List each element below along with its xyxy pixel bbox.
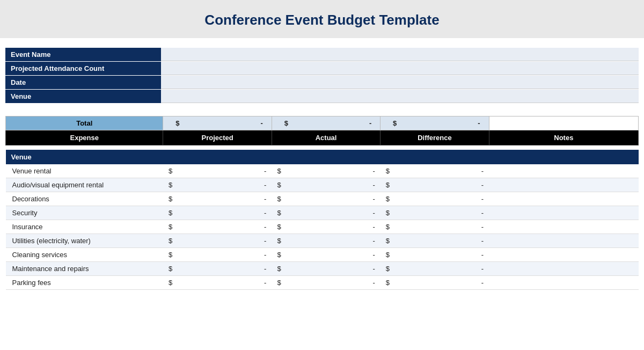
page-title: Conference Event Budget Template bbox=[5, 12, 639, 28]
actual-cell[interactable]: $- bbox=[272, 276, 380, 290]
total-difference-amount: - bbox=[397, 119, 480, 127]
table-row: Insurance $- $- $- bbox=[6, 220, 639, 234]
actual-cell[interactable]: $- bbox=[272, 178, 380, 192]
actual-cell[interactable]: $- bbox=[272, 192, 380, 206]
table-row: Audio/visual equipment rental $- $- $- bbox=[6, 178, 639, 192]
date-value[interactable] bbox=[161, 76, 639, 89]
event-name-label: Event Name bbox=[5, 48, 161, 61]
actual-cell[interactable]: $- bbox=[272, 220, 380, 234]
expense-label: Cleaning services bbox=[6, 248, 163, 262]
difference-cell: $- bbox=[380, 220, 489, 234]
col-header-difference: Difference bbox=[380, 130, 489, 145]
total-notes bbox=[489, 116, 638, 130]
expense-label: Maintenance and repairs bbox=[6, 262, 163, 276]
actual-cell[interactable]: $- bbox=[272, 262, 380, 276]
projected-cell[interactable]: $- bbox=[163, 220, 272, 234]
projected-cell[interactable]: $- bbox=[163, 164, 272, 178]
category-venue-row: Venue bbox=[6, 150, 639, 164]
total-projected-amount: - bbox=[179, 119, 262, 127]
difference-cell: $- bbox=[380, 206, 489, 220]
spacer-row bbox=[6, 145, 639, 150]
projected-cell[interactable]: $- bbox=[163, 262, 272, 276]
attendance-value[interactable] bbox=[161, 62, 639, 75]
expense-label: Venue rental bbox=[6, 164, 163, 178]
difference-cell: $- bbox=[380, 248, 489, 262]
info-row-venue: Venue bbox=[5, 90, 639, 103]
date-label: Date bbox=[5, 76, 161, 89]
projected-cell[interactable]: $- bbox=[163, 206, 272, 220]
notes-cell[interactable] bbox=[489, 220, 638, 234]
actual-cell[interactable]: $- bbox=[272, 206, 380, 220]
table-row: Maintenance and repairs $- $- $- bbox=[6, 262, 639, 276]
col-header-projected: Projected bbox=[163, 130, 272, 145]
actual-cell[interactable]: $- bbox=[272, 234, 380, 248]
projected-cell[interactable]: $- bbox=[163, 192, 272, 206]
notes-cell[interactable] bbox=[489, 206, 638, 220]
col-header-expense: Expense bbox=[6, 130, 163, 145]
projected-cell[interactable]: $- bbox=[163, 248, 272, 262]
info-row-date: Date bbox=[5, 76, 639, 89]
table-row: Decorations $- $- $- bbox=[6, 192, 639, 206]
table-row: Security $- $- $- bbox=[6, 206, 639, 220]
difference-cell: $- bbox=[380, 276, 489, 290]
table-row: Venue rental $- $- $- bbox=[6, 164, 639, 178]
difference-cell: $- bbox=[380, 178, 489, 192]
notes-cell[interactable] bbox=[489, 192, 638, 206]
total-actual-amount: - bbox=[288, 119, 371, 127]
dollar-sign: $ bbox=[281, 119, 288, 127]
projected-cell[interactable]: $- bbox=[163, 234, 272, 248]
total-row: Total $ - $ - bbox=[6, 116, 639, 130]
difference-cell: $- bbox=[380, 234, 489, 248]
total-label: Total bbox=[6, 116, 163, 130]
event-name-value[interactable] bbox=[161, 48, 639, 61]
info-row-event-name: Event Name bbox=[5, 48, 639, 61]
expense-label: Decorations bbox=[6, 192, 163, 206]
budget-table: Total $ - $ - bbox=[5, 116, 639, 290]
total-difference-value: $ - bbox=[380, 116, 489, 130]
attendance-label: Projected Attendance Count bbox=[5, 62, 161, 75]
col-header-notes: Notes bbox=[489, 130, 638, 145]
expense-label: Audio/visual equipment rental bbox=[6, 178, 163, 192]
total-projected-value: $ - bbox=[163, 116, 272, 130]
expense-label: Insurance bbox=[6, 220, 163, 234]
table-row: Utilities (electricity, water) $- $- $- bbox=[6, 234, 639, 248]
actual-cell[interactable]: $- bbox=[272, 248, 380, 262]
notes-cell[interactable] bbox=[489, 262, 638, 276]
category-venue-label: Venue bbox=[6, 150, 639, 164]
projected-cell[interactable]: $- bbox=[163, 276, 272, 290]
dollar-sign: $ bbox=[172, 119, 179, 127]
difference-cell: $- bbox=[380, 262, 489, 276]
notes-cell[interactable] bbox=[489, 276, 638, 290]
page-wrapper: Conference Event Budget Template Event N… bbox=[0, 0, 644, 301]
notes-cell[interactable] bbox=[489, 164, 638, 178]
actual-cell[interactable]: $- bbox=[272, 164, 380, 178]
page-header: Conference Event Budget Template bbox=[0, 0, 644, 38]
dollar-sign: $ bbox=[389, 119, 397, 127]
table-row: Cleaning services $- $- $- bbox=[6, 248, 639, 262]
venue-info-label: Venue bbox=[5, 90, 161, 103]
expense-label: Parking fees bbox=[6, 276, 163, 290]
notes-cell[interactable] bbox=[489, 178, 638, 192]
expense-label: Security bbox=[6, 206, 163, 220]
venue-info-value[interactable] bbox=[161, 90, 639, 103]
expense-label: Utilities (electricity, water) bbox=[6, 234, 163, 248]
budget-section: Total $ - $ - bbox=[5, 116, 639, 290]
column-header-row: Expense Projected Actual Difference Note… bbox=[6, 130, 639, 145]
notes-cell[interactable] bbox=[489, 234, 638, 248]
col-header-actual: Actual bbox=[272, 130, 380, 145]
info-row-attendance: Projected Attendance Count bbox=[5, 62, 639, 75]
total-actual-value: $ - bbox=[272, 116, 380, 130]
difference-cell: $- bbox=[380, 164, 489, 178]
table-row: Parking fees $- $- $- bbox=[6, 276, 639, 290]
projected-cell[interactable]: $- bbox=[163, 178, 272, 192]
notes-cell[interactable] bbox=[489, 248, 638, 262]
difference-cell: $- bbox=[380, 192, 489, 206]
info-section: Event Name Projected Attendance Count Da… bbox=[5, 48, 639, 103]
